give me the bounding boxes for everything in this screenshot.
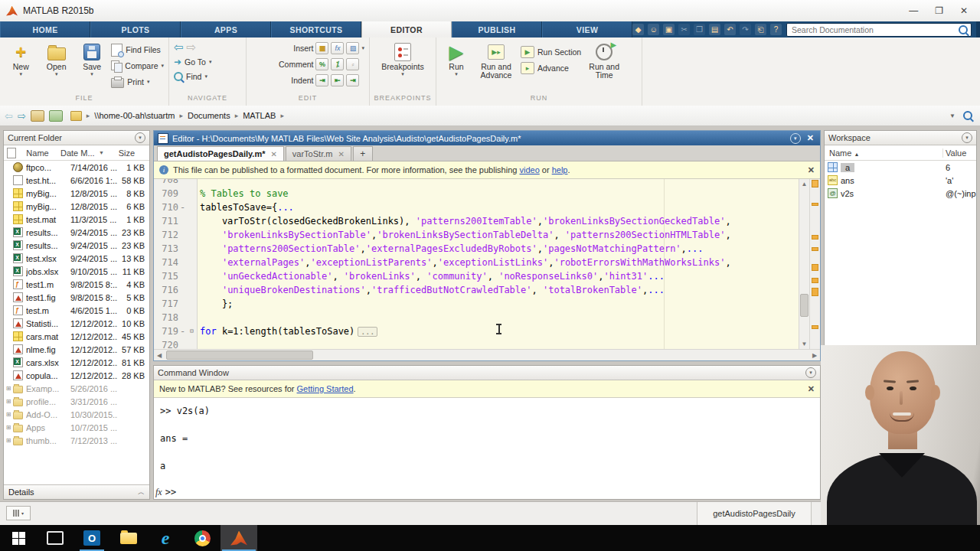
close-button[interactable]: ✕ [960,5,968,16]
insert-image-icon[interactable]: ▧ [346,42,359,54]
file-row[interactable]: jobs.xlsx9/10/2015 ...11 KB [4,265,149,278]
address-search-icon[interactable] [963,111,972,120]
code-line[interactable]: 717 }; [154,297,799,311]
warning-mark[interactable] [812,247,818,251]
search-documentation-box[interactable] [786,23,972,37]
publish-help-link[interactable]: help [552,165,568,174]
ws-value-column-header[interactable]: Value [942,148,976,158]
back-icon[interactable]: ⇦ [174,42,184,53]
breakpoints-button[interactable]: Breakpoints▾ [376,41,430,77]
workspace-row[interactable]: abcans'a' [825,174,976,187]
tab-getaudistopagesdaily[interactable]: getAudistoPagesDaily.m* ✕ [157,146,284,161]
breadcrumb-documents[interactable]: Documents [188,111,230,120]
file-row[interactable]: test.ht...6/6/2016 1:...58 KB [4,174,149,187]
find-button[interactable]: Find▾ [174,70,207,83]
ribbon-collapse-button[interactable]: ▲ [976,21,980,37]
find-files-button[interactable]: Find Files [111,43,164,57]
scroll-right-icon[interactable]: ▶ [809,352,820,359]
run-section-button[interactable]: ▶ Run Section [521,45,581,59]
file-row[interactable]: ⊞profile...3/31/2016 ... [4,395,149,408]
insert-section-icon[interactable]: ▦ [315,42,328,54]
code-line[interactable]: 713 'patterns200SectionTable','externalP… [154,242,799,256]
editor-undock-icon[interactable]: ▾ [790,133,801,144]
size-column-header[interactable]: Size [104,148,149,158]
taskbar-matlab-button[interactable] [220,525,257,551]
ws-name-column-header[interactable]: Name ▲ [825,148,942,158]
indent-right-icon[interactable]: ⇥ [346,74,359,86]
expand-icon[interactable]: ⊞ [4,385,13,392]
open-button[interactable]: Open▾ [40,41,72,77]
sort-desc-icon[interactable]: ▼ [99,150,104,155]
file-row[interactable]: ⊞thumb...7/12/2013 ... [4,434,149,447]
menu-tab-shortcuts[interactable]: SHORTCUTS [271,21,361,37]
compare-button[interactable]: Compare▾ [111,59,164,73]
workspace-row[interactable]: @v2s@(~)inp [825,187,976,200]
breadcrumb-root[interactable]: \\home-00-ah\stuartm [94,111,175,120]
getting-started-link[interactable]: Getting Started [297,384,354,393]
code-line[interactable]: 712 'brokenLinksBySectionTable','brokenL… [154,228,799,242]
run-and-advance-button[interactable]: ▶▸ Run and Advance [475,41,518,80]
file-row[interactable]: test.xlsx9/24/2015 ...13 KB [4,252,149,265]
add-shortcut-icon[interactable]: ▣ [663,24,675,35]
type-column-icon[interactable] [7,148,16,158]
nav-forward-icon[interactable]: ⇨ [18,110,26,122]
code-line[interactable]: 719-⊟for k=1:length(tablesToSave)... [154,324,799,338]
warning-mark[interactable] [812,288,818,296]
browse-folder-icon[interactable] [49,110,63,122]
warning-mark[interactable] [812,235,818,240]
scroll-down-icon[interactable]: ▼ [802,339,808,349]
command-window-header[interactable]: Command Window ▾ [154,366,820,380]
menu-tab-home[interactable]: HOME [0,21,90,37]
run-and-time-button[interactable]: Run and Time [584,41,624,80]
file-row[interactable]: cars.mat12/12/2012...45 KB [4,330,149,343]
code-line[interactable]: 714 'externalPages','exceptionListParent… [154,256,799,269]
warning-mark[interactable] [812,278,818,283]
expand-icon[interactable]: ⊞ [4,411,13,418]
code-line[interactable]: 715 'unGeckedActionable', 'brokenLinks',… [154,269,799,283]
undo-icon[interactable]: ↶ [724,24,736,35]
file-row[interactable]: results...9/24/2015 ...23 KB [4,239,149,252]
file-row[interactable]: copula...12/12/2012...28 KB [4,369,149,382]
warning-mark[interactable] [812,325,818,329]
workspace-row[interactable]: a6 [825,161,976,174]
tab-vartostr[interactable]: varToStr.m ✕ [286,146,351,161]
expand-icon[interactable]: ⊞ [4,437,13,444]
taskbar-chrome-button[interactable] [184,525,220,551]
taskbar-file-explorer-button[interactable] [110,525,147,551]
editor-vertical-scrollbar[interactable]: ▲ ▼ [799,179,809,349]
taskbar-task-view-button[interactable] [37,525,74,551]
menu-tab-plots[interactable]: PLOTS [90,21,181,37]
scroll-up-icon[interactable]: ▲ [802,179,808,189]
request-support-icon[interactable]: ☺ [648,24,659,35]
menu-tab-publish[interactable]: PUBLISH [452,21,542,37]
indent-left-icon[interactable]: ⇤ [331,74,344,86]
file-row[interactable]: ⊞Examp...5/26/2016 ... [4,382,149,395]
file-row[interactable]: myBig...12/8/2015 ...6 KB [4,200,149,213]
code-area[interactable]: 708709% Tables to save710-tablesToSave={… [154,179,799,349]
warning-mark[interactable] [812,264,818,271]
scroll-left-icon[interactable]: ◀ [154,352,165,359]
panel-menu-icon[interactable]: ▾ [805,367,816,378]
file-row[interactable]: test.m4/6/2015 1...0 KB [4,304,149,317]
new-tab-button[interactable]: + [353,146,373,161]
file-row[interactable]: nlme.fig12/12/2012...57 KB [4,343,149,356]
advance-button[interactable]: ▸ Advance [521,61,581,75]
code-fold-icon[interactable]: ⊟ [187,324,198,338]
file-row[interactable]: results...9/24/2015 ...23 KB [4,226,149,239]
taskbar-start-button[interactable] [0,525,37,551]
code-line[interactable]: 710-tablesToSave={... [154,201,799,214]
new-button[interactable]: + New▾ [5,41,37,77]
maximize-button[interactable]: ❐ [935,5,943,16]
scrollbar-thumb[interactable] [800,294,808,316]
banner-close-icon[interactable]: ✕ [808,165,815,175]
taskbar-outlook-button[interactable]: O [74,525,110,551]
file-row[interactable]: cars.xlsx12/12/2012...81 KB [4,356,149,369]
file-row[interactable]: test.mat11/3/2015 ...1 KB [4,213,149,226]
address-dropdown-icon[interactable]: ▼ [949,112,956,119]
help-icon[interactable]: ? [770,24,782,35]
print-button[interactable]: Print▾ [111,75,164,89]
goto-button[interactable]: ➜ Go To▾ [174,55,211,69]
menu-tab-editor[interactable]: EDITOR [361,21,452,37]
print-icon[interactable]: ⎗ [755,24,766,35]
fx-button[interactable]: fx [155,487,162,498]
